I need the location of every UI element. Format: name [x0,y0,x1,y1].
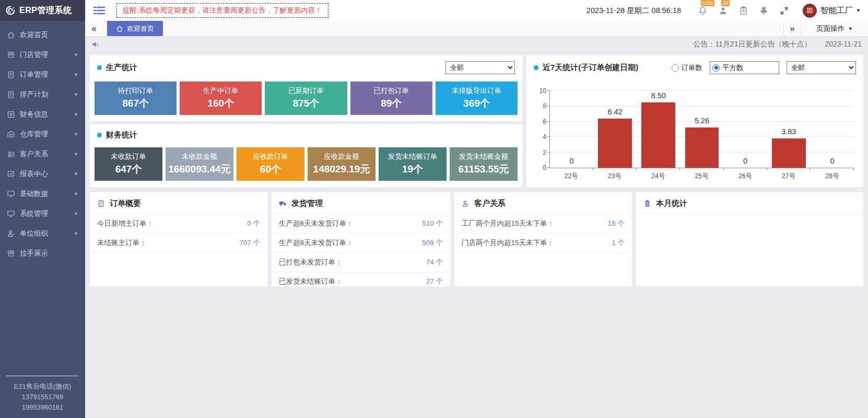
stats-row: 生产统计 全部 待打印订单867个生产中订单160个已延期订单875个已打包订单… [90,55,863,187]
finance-card[interactable]: 应收款金额148029.19元 [308,147,376,181]
home-icon [116,25,123,32]
finance-icon [7,110,15,119]
summary-row-item: 今日新增主订单：0 个 [90,214,267,234]
monitor-icon [7,190,15,198]
chart-controls: 订单数平方数 全部 [672,61,857,74]
sidebar-item-report-center[interactable]: 报表中心▼ [0,164,85,184]
summary-row-item: 工厂两个月内超15天未下单：15 个 [454,214,632,234]
card-label: 应收款订单 [253,152,288,161]
user-avatar[interactable]: 固 [803,4,817,18]
card-label: 应收款金额 [324,152,359,161]
chart-plot-area: 024681006.428.505.2603.830 [549,91,854,168]
sidebar-item-label: 订单管理 [20,70,48,79]
sidebar-item-org-unit[interactable]: 单位组织▼ [0,224,85,243]
main-area: 提醒:系统每周定期更新，请注意查阅更新公告，了解更新内容！ 2023-11-28… [85,0,868,418]
chart-filter-select[interactable]: 全部 [787,61,856,74]
summary-row-value[interactable]: 15 个 [608,219,625,228]
summary-row-item: 已打包未发货订单：74 个 [272,253,450,272]
summary-row-value[interactable]: 510 个 [422,219,443,228]
tabs-scroll-left-button[interactable]: « [85,21,103,36]
summary-row-value[interactable]: 27 个 [426,277,443,286]
account-caret-icon: ▼ [856,8,861,13]
datetime-display: 2023-11-28 星期二 08:56:18 [587,6,681,16]
page-actions-dropdown[interactable]: 页面操作 ▼ [801,21,868,36]
production-card[interactable]: 已延期订单875个 [265,82,347,115]
page-actions-caret-icon: ▼ [848,26,853,31]
radio-平方数[interactable]: 平方数 [710,61,779,74]
sidebar-item-finance-info[interactable]: 财务信息▼ [0,104,85,124]
bar[interactable] [685,127,719,168]
sidebar-item-customer-relation[interactable]: 客户关系▼ [0,144,85,164]
sidebar-item-label: 拉手展示 [20,249,48,258]
summary-row-label: 已发货未结账订单： [279,277,343,286]
finance-card[interactable]: 发货未结账订单19个 [379,147,447,181]
finance-card[interactable]: 未收款订单647个 [95,147,162,181]
notifications-bell-icon[interactable]: 1726 [698,6,707,15]
summary-panel-month-stats: 本月统计 [636,192,863,286]
production-card[interactable]: 已打包订单89个 [350,82,432,115]
production-filter-select[interactable]: 全部 [445,61,515,74]
bar[interactable] [598,119,632,168]
account-menu[interactable]: 智能工厂 ▼ [820,5,861,16]
fullscreen-icon[interactable] [780,6,789,15]
summary-row-label: 今日新增主订单： [97,219,154,228]
summary-row-value[interactable]: 0 个 [247,219,260,228]
sidebar-item-system-mgmt[interactable]: 系统管理▼ [0,204,85,224]
user-messages-icon[interactable]: 20 [719,6,728,15]
production-card[interactable]: 生产中订单160个 [180,82,262,115]
summary-row-label: 未结账主订单： [97,238,147,248]
summary-row-label: 生产超8天未发货订单： [279,238,354,248]
summary-row-label: 已打包未发货订单： [279,258,343,267]
clipboard-icon[interactable] [739,6,748,15]
production-card[interactable]: 待打印订单867个 [95,82,177,115]
print-icon[interactable] [759,6,768,15]
sidebar-item-label: 排产计划 [20,90,48,99]
speaker-icon[interactable] [91,40,100,49]
sidebar-item-label: 财务信息 [20,110,48,119]
sidebar-item-production-plan[interactable]: 排产计划▼ [0,85,85,104]
summary-row-value[interactable]: 1 个 [612,238,625,248]
production-card[interactable]: 未排版导出订单369个 [436,82,518,115]
summary-row-value[interactable]: 707 个 [239,238,260,248]
finance-card[interactable]: 应收款订单60个 [237,147,304,181]
bar[interactable] [641,102,675,168]
card-value: 148029.19元 [313,162,370,176]
radio-dot-icon [672,64,679,72]
tabs-scroll-right-button[interactable]: » [783,21,801,36]
sidebar-item-order-mgmt[interactable]: 订单管理▼ [0,65,85,85]
sidebar: ERP管理系统 欢迎首页门店管理▼订单管理▼排产计划▼财务信息▼仓库管理▼客户关… [0,0,85,418]
summary-row-value[interactable]: 74 个 [426,258,443,267]
announcement-text[interactable]: 公告：11月21日更新公告（晚十点） [693,40,811,49]
finance-stats-header: 财务统计 [90,124,522,144]
chevron-down-icon: ▼ [74,132,78,137]
sidebar-item-store-mgmt[interactable]: 门店管理▼ [0,45,85,65]
summary-panel-header: 客户关系 [454,192,632,214]
finance-card[interactable]: 发货未结账金额61153.55元 [450,147,518,181]
tab-welcome-home[interactable]: 欢迎首页 [107,21,163,36]
person-icon [7,229,15,238]
y-tick-label: 10 [539,87,546,95]
summary-row-value[interactable]: 509 个 [422,238,443,248]
finance-card[interactable]: 未收款金额1660093.44元 [166,147,233,181]
app-logo: ERP管理系统 [0,0,85,21]
report-icon [7,170,15,178]
sidebar-item-basic-data[interactable]: 基础数据▼ [0,184,85,204]
doc-icon [7,90,15,99]
summary-row-item: 生产超6天未发货订单：510 个 [272,214,450,234]
chart-slot: 0 [550,91,593,168]
store-icon [7,51,15,59]
sidebar-item-warehouse-mgmt[interactable]: 仓库管理▼ [0,124,85,144]
collapse-menu-icon[interactable] [93,6,105,15]
y-tick-label: 2 [543,149,546,156]
card-value: 60个 [260,162,281,176]
summary-row-item: 门店两个月内超15天未下单：1 个 [454,234,632,253]
bar[interactable] [772,138,806,168]
chart-title: 近7天统计(子订单创建日期) [543,63,638,73]
summary-panel-header: 订单概要 [90,192,267,214]
bar-chart: 024681006.428.505.2603.830 22号23号24号25号2… [533,79,856,182]
chart-slot: 5.26 [680,91,723,168]
radio-订单数[interactable]: 订单数 [672,61,703,74]
sidebar-item-welcome-home[interactable]: 欢迎首页 [0,25,85,45]
chart-header: 近7天统计(子订单创建日期) 订单数平方数 全部 [526,55,863,74]
sidebar-item-lashou-display[interactable]: 拉手展示 [0,243,85,263]
